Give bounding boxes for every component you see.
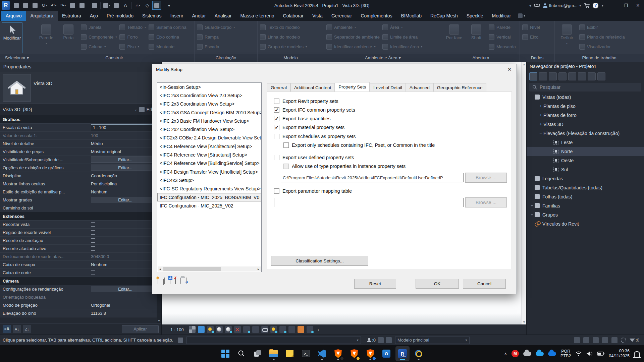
ribbon-tab-recap-mesh[interactable]: ReCap Mesh xyxy=(426,11,462,21)
setup-list-item[interactable]: <IFC 2x3 Coordination View 2.0 Setup> xyxy=(157,91,261,100)
edit-button[interactable]: Editar... xyxy=(91,157,160,163)
setup-list-item[interactable]: <IFC4 Reference View [BuildingService] S… xyxy=(157,159,261,168)
tree-item-plantas-de-forro[interactable]: +Plantas de forro xyxy=(527,111,644,120)
property-value[interactable]: 1 : 100 xyxy=(89,124,161,131)
property-row[interactable]: Visibilidade/Sobreposição de ...Editar..… xyxy=(0,156,161,164)
ribbon-button-exibir[interactable]: Exibir xyxy=(579,22,626,32)
checkbox[interactable] xyxy=(91,270,95,275)
ribbon-button-eixo-cortina[interactable]: Eixo cortina xyxy=(148,32,187,42)
view-scale-button[interactable]: 1 : 100 xyxy=(170,327,184,332)
select-pinned-icon[interactable] xyxy=(593,337,599,343)
crop-region-icon[interactable] xyxy=(234,326,241,333)
groups-icon[interactable] xyxy=(588,72,596,80)
ribbon-button-forro[interactable]: Forro xyxy=(119,32,147,42)
wifi-icon[interactable] xyxy=(575,351,582,356)
property-row[interactable]: Recortar vista xyxy=(0,221,161,229)
measure-icon[interactable] xyxy=(307,326,313,333)
property-value[interactable]: 304800.0 xyxy=(89,253,161,260)
ribbon-button-componente[interactable]: Componente▾ xyxy=(80,32,117,42)
edit-button[interactable]: Editar... xyxy=(91,165,160,171)
new-setup-icon[interactable]: ✱ xyxy=(158,278,158,284)
setup-list-item[interactable]: <IFC4x3 Setup> xyxy=(157,176,261,184)
sort-default-button[interactable]: ≡⇅ xyxy=(3,325,11,333)
checkbox-row[interactable]: Export Revit property sets xyxy=(274,99,338,104)
account-menu[interactable]: ffribeiro@gm... ▾ xyxy=(543,3,581,8)
ribbon-button-n-vel[interactable]: Nível xyxy=(522,22,541,32)
ribbon-button-definir[interactable]: Definir▾ xyxy=(556,22,577,53)
ribbon-button-vertical[interactable]: Vertical xyxy=(488,32,517,42)
ribbon-tab-sistemas[interactable]: Sistemas xyxy=(138,11,166,21)
checkbox[interactable] xyxy=(274,188,279,194)
property-row[interactable]: Caixa de escopoNenhum xyxy=(0,261,161,269)
temporary-hide-icon[interactable] xyxy=(261,326,268,333)
property-value[interactable]: Médio xyxy=(89,140,161,147)
property-row[interactable]: Nível de detalheMédio xyxy=(0,140,161,148)
ribbon-button-janela[interactable]: Janela xyxy=(80,22,117,32)
ribbon-button-rampa[interactable]: Rampa xyxy=(196,32,235,42)
ribbon-button-linha-do-modelo[interactable]: Linha do modelo xyxy=(259,32,308,42)
property-value[interactable] xyxy=(89,229,161,236)
edit-doc-icon[interactable] xyxy=(77,1,86,10)
tree-item-oeste[interactable]: Oeste xyxy=(527,156,644,165)
setup-list-item[interactable]: <IFC 2x3 Basic FM Handover View Setup> xyxy=(157,117,261,125)
schedules-icon[interactable] xyxy=(558,72,567,80)
tree-item-vistas-todas-[interactable]: −Vistas (todas) xyxy=(527,93,644,102)
drag-on-selection-icon[interactable] xyxy=(611,337,618,343)
apply-button[interactable]: Aplicar xyxy=(122,325,159,333)
property-value[interactable]: Por disciplina xyxy=(89,180,161,188)
scroll-up-icon[interactable]: ▲ xyxy=(522,62,527,67)
property-value[interactable]: Editar... xyxy=(89,164,161,172)
property-row[interactable]: Recorte afastado ativo xyxy=(0,245,161,253)
property-value[interactable]: Nenhum xyxy=(89,261,161,268)
setup-list-item[interactable]: <IFC 2x3 Coordination View Setup> xyxy=(157,100,261,108)
open-icon[interactable] xyxy=(21,1,30,10)
type-selector[interactable]: Vista 3D: {3D} ⌄ Editar xyxy=(0,104,161,115)
constraints-icon[interactable] xyxy=(298,326,304,333)
checkbox[interactable] xyxy=(91,206,95,210)
search-help-icon[interactable] xyxy=(534,3,540,8)
home-icon[interactable] xyxy=(529,72,537,80)
checkbox-row[interactable]: Export only schedules containing IFC, Ps… xyxy=(283,142,435,148)
speckle-button[interactable] xyxy=(412,346,426,361)
edit-button[interactable]: Editar... xyxy=(91,197,160,203)
ribbon-tab-a-o[interactable]: Aço xyxy=(86,11,102,21)
displacement-icon[interactable] xyxy=(288,326,295,333)
undo-icon[interactable]: ↶▾ xyxy=(49,1,58,10)
checkbox[interactable] xyxy=(91,246,95,251)
temporary-properties-icon[interactable] xyxy=(279,326,286,333)
ribbon-button-grupo-de-modelos[interactable]: Grupo de modelos▾ xyxy=(259,42,308,52)
tree-item-fam-lias[interactable]: +Famílias xyxy=(527,201,644,210)
language-indicator[interactable]: PORPTB2 xyxy=(560,349,571,358)
tree-expander[interactable]: + xyxy=(529,212,535,217)
tab-property-sets[interactable]: Property Sets xyxy=(335,82,370,92)
minimize-button[interactable]: — xyxy=(608,0,620,11)
property-value[interactable]: Editar... xyxy=(89,156,161,164)
editing-requests-indicator[interactable]: :0 xyxy=(367,338,376,343)
ribbon-button-texto-do-modelo[interactable]: Texto do modelo xyxy=(259,22,308,32)
brave-browser-button[interactable] xyxy=(331,346,345,361)
property-row[interactable]: Valor de escala 1:100 xyxy=(0,132,161,140)
tree-item-plantas-de-piso[interactable]: +Plantas de piso xyxy=(527,102,644,111)
property-value[interactable] xyxy=(89,293,161,301)
visibility-icon[interactable] xyxy=(152,1,161,10)
show-crop-icon[interactable] xyxy=(243,326,250,333)
checkbox-row[interactable]: Export base quantities xyxy=(274,116,330,121)
reset-button[interactable]: Reset xyxy=(354,279,396,289)
checkbox[interactable] xyxy=(274,125,279,130)
checkbox[interactable] xyxy=(91,222,95,227)
edit-button[interactable]: Editar... xyxy=(91,286,160,292)
duplicate-setup-icon[interactable] xyxy=(163,278,165,284)
ribbon-tab-analisar[interactable]: Analisar xyxy=(210,11,236,21)
property-value-box[interactable]: 1 : 100 xyxy=(91,124,160,131)
checkbox-row[interactable]: Export user defined property sets xyxy=(274,155,354,160)
property-value[interactable] xyxy=(89,245,161,252)
sheets-icon[interactable] xyxy=(568,72,576,80)
property-value[interactable]: 11163.8 xyxy=(89,309,161,317)
tree-item-grupos[interactable]: +Grupos xyxy=(527,210,644,219)
property-row[interactable]: Configurações de renderizaçãoEditar... xyxy=(0,285,161,293)
ribbon-button-parede[interactable]: Parede xyxy=(488,22,517,32)
property-value[interactable] xyxy=(89,204,161,212)
tree-item-v-nculos-do-revit[interactable]: Vínculos do Revit xyxy=(527,219,644,228)
ribbon-tab-inserir[interactable]: Inserir xyxy=(166,11,188,21)
design-options-edit-icon[interactable] xyxy=(386,337,392,343)
